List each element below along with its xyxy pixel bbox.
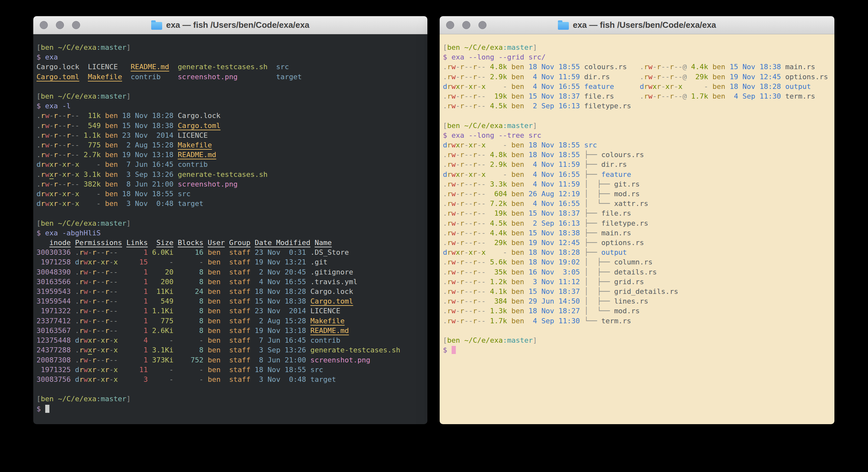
terminal-line: .rw-r--r-- 4.1k ben 15 Nov 18:37 │ ├── g… xyxy=(443,287,832,296)
terminal-line: 31959543 .rw-r--r-- 1 11Ki 24 ben staff … xyxy=(36,287,425,296)
terminal-line: .rw-r--r-- 2.9k ben 4 Nov 11:59 ├── dir.… xyxy=(443,160,832,169)
terminal-line xyxy=(443,111,832,121)
terminal-line: 24377288 .rwxr-xr-x 1 3.1Ki 8 ben staff … xyxy=(36,345,425,355)
traffic-lights xyxy=(446,16,487,34)
terminal-line: $ exa --long --grid src/ xyxy=(443,52,832,62)
terminal-line: 23377412 .rw-r--r-- 1 775 8 ben staff 2 … xyxy=(36,316,425,326)
terminal-line: $ xyxy=(36,404,425,414)
terminal-line: .rw-r--r-- 775 ben 2 Aug 15:28 Makefile xyxy=(36,140,425,150)
terminal-line: 30083756 drwxr-xr-x 3 - - ben staff 3 No… xyxy=(36,375,425,384)
terminal-line: drwxr-xr-x - ben 7 Jun 16:45 contrib xyxy=(36,160,425,169)
terminal-line xyxy=(36,208,425,218)
desktop-background: { "left_window": { "title": "exa — fish … xyxy=(0,0,868,472)
terminal-line: drwxr-xr-x - ben 18 Nov 18:28 ├── output xyxy=(443,248,832,257)
close-button[interactable] xyxy=(446,21,454,29)
traffic-lights xyxy=(40,16,80,34)
window-title-area: exa — fish /Users/ben/Code/exa/exa xyxy=(33,20,427,30)
terminal-line: 30048390 .rw-r--r-- 1 20 8 ben staff 2 N… xyxy=(36,267,425,277)
terminal-line: $ exa --long --tree src xyxy=(443,130,832,140)
terminal-window-dark: exa — fish /Users/ben/Code/exa/exa [ben … xyxy=(33,16,427,424)
close-button[interactable] xyxy=(40,21,48,29)
terminal-line: .rw-r--r-- 384 ben 29 Jun 14:50 │ ├── li… xyxy=(443,296,832,306)
terminal-line: 1971322 .rw-r--r-- 1 1.1Ki 8 ben staff 2… xyxy=(36,306,425,316)
terminal-line: 1971258 drwxr-xr-x 15 - - ben staff 19 N… xyxy=(36,257,425,267)
terminal-line: inode Permissions Links Size Blocks User… xyxy=(36,238,425,248)
terminal-line: .rw-r--r-- 7.2k ben 4 Nov 16:55 │ └── xa… xyxy=(443,199,832,208)
terminal-line: .rwxr-xr-x 3.1k ben 3 Sep 13:26 generate… xyxy=(36,170,425,179)
terminal-line: .rw-r--r-- 5.6k ben 18 Nov 19:02 │ ├── c… xyxy=(443,257,832,267)
terminal-line: drwxr-xr-x - ben 3 Nov 0:48 target xyxy=(36,199,425,208)
terminal-content-dark[interactable]: [ben ~/C/e/exa:master]$ exaCargo.lock LI… xyxy=(33,34,427,424)
terminal-line: .rw-r--r-- 4.8k ben 18 Nov 18:55 ├── col… xyxy=(443,150,832,160)
terminal-line: [ben ~/C/e/exa:master] xyxy=(36,394,425,404)
terminal-line: .rw-r--r-- 4.8k ben 18 Nov 18:55 colours… xyxy=(443,62,832,72)
minimize-button[interactable] xyxy=(462,21,470,29)
minimize-button[interactable] xyxy=(56,21,64,29)
terminal-line: $ exa -abghHliS xyxy=(36,228,425,238)
text-cursor xyxy=(45,405,50,413)
zoom-button[interactable] xyxy=(478,21,487,29)
terminal-line: .rw-r--r-- 1.3k ben 18 Nov 18:27 │ └── m… xyxy=(443,306,832,316)
terminal-line: 12375448 drwxr-xr-x 4 - - ben staff 7 Ju… xyxy=(36,335,425,345)
window-title-area: exa — fish /Users/ben/Code/exa/exa xyxy=(440,20,834,30)
terminal-line: .rw-r--r-- 29k ben 19 Nov 12:45 ├── opti… xyxy=(443,238,832,248)
terminal-line: .rw-r--r-- 549 ben 15 Nov 18:38 Cargo.to… xyxy=(36,121,425,130)
terminal-line: [ben ~/C/e/exa:master] xyxy=(443,335,832,345)
terminal-line: [ben ~/C/e/exa:master] xyxy=(443,121,832,130)
folder-icon xyxy=(151,22,162,30)
terminal-line: $ exa xyxy=(36,52,425,62)
terminal-line: .rw-r--r-- 4.5k ben 2 Sep 16:13 ├── file… xyxy=(443,218,832,228)
terminal-line: .rw-r--r-- 1.1k ben 23 Nov 2014 LICENCE xyxy=(36,130,425,140)
terminal-line: 1971325 drwxr-xr-x 11 - - ben staff 18 N… xyxy=(36,365,425,375)
terminal-line: [ben ~/C/e/exa:master] xyxy=(443,43,832,52)
text-cursor xyxy=(452,346,456,354)
terminal-line: .rw-r--r-- 4.4k ben 15 Nov 18:38 ├── mai… xyxy=(443,228,832,238)
terminal-line: Cargo.toml Makefile contrib screenshot.p… xyxy=(36,72,425,82)
terminal-line: 30163566 .rw-r--r-- 1 200 8 ben staff 4 … xyxy=(36,277,425,287)
terminal-line xyxy=(36,82,425,91)
window-title: exa — fish /Users/ben/Code/exa/exa xyxy=(573,20,716,30)
terminal-line: .rw-r--r-- 19k ben 15 Nov 18:37 file.rs … xyxy=(443,91,832,101)
terminal-line: .rw-r--r-- 35k ben 16 Nov 3:05 │ ├── det… xyxy=(443,267,832,277)
terminal-window-light: exa — fish /Users/ben/Code/exa/exa [ben … xyxy=(440,16,834,424)
terminal-line: .rw-r--r-- 2.9k ben 4 Nov 11:59 dir.rs .… xyxy=(443,72,832,82)
terminal-line: drwxr-xr-x - ben 18 Nov 18:55 src xyxy=(36,189,425,199)
title-bar[interactable]: exa — fish /Users/ben/Code/exa/exa xyxy=(440,16,834,34)
terminal-line: 20087308 .rw-r--r-- 1 373Ki 752 ben staf… xyxy=(36,355,425,365)
terminal-line: [ben ~/C/e/exa:master] xyxy=(36,91,425,101)
title-bar[interactable]: exa — fish /Users/ben/Code/exa/exa xyxy=(33,16,427,34)
terminal-line: 31959544 .rw-r--r-- 1 549 8 ben staff 15… xyxy=(36,296,425,306)
terminal-line: drwxr-xr-x - ben 18 Nov 18:55 src xyxy=(443,140,832,150)
terminal-content-light[interactable]: [ben ~/C/e/exa:master]$ exa --long --gri… xyxy=(440,34,834,424)
terminal-line: .rw-r--r-- 382k ben 8 Jun 21:00 screensh… xyxy=(36,179,425,189)
terminal-line: drwxr-xr-x - ben 4 Nov 16:55 feature drw… xyxy=(443,82,832,91)
terminal-line: $ exa -l xyxy=(36,101,425,111)
terminal-line: 30030336 .rw-r--r-- 1 6.0Ki 16 ben staff… xyxy=(36,248,425,257)
folder-icon xyxy=(558,22,569,30)
terminal-line: .rw-r--r-- 604 ben 26 Aug 12:19 │ ├── mo… xyxy=(443,189,832,199)
terminal-line: .rw-r--r-- 11k ben 18 Nov 18:28 Cargo.lo… xyxy=(36,111,425,121)
terminal-line: .rw-r--r-- 19k ben 15 Nov 18:37 ├── file… xyxy=(443,208,832,218)
terminal-line: [ben ~/C/e/exa:master] xyxy=(36,218,425,228)
terminal-line xyxy=(443,326,832,335)
terminal-line: $ xyxy=(443,345,832,355)
terminal-line: .rw-r--r-- 1.7k ben 4 Sep 11:30 └── term… xyxy=(443,316,832,326)
terminal-line: .rw-r--r-- 2.7k ben 19 Nov 13:18 README.… xyxy=(36,150,425,160)
terminal-line: .rw-r--r-- 4.5k ben 2 Sep 16:13 filetype… xyxy=(443,101,832,111)
terminal-line: [ben ~/C/e/exa:master] xyxy=(36,43,425,52)
zoom-button[interactable] xyxy=(72,21,80,29)
terminal-line: .rw-r--r-- 3.3k ben 4 Nov 11:59 │ ├── gi… xyxy=(443,179,832,189)
window-title: exa — fish /Users/ben/Code/exa/exa xyxy=(166,20,309,30)
terminal-line: .rw-r--r-- 1.2k ben 3 Nov 11:12 │ ├── gr… xyxy=(443,277,832,287)
terminal-line: drwxr-xr-x - ben 4 Nov 16:55 ├── feature xyxy=(443,170,832,179)
terminal-line: 30163567 .rw-r--r-- 1 2.6Ki 8 ben staff … xyxy=(36,326,425,335)
terminal-line xyxy=(36,384,425,394)
terminal-line: Cargo.lock LICENCE README.md generate-te… xyxy=(36,62,425,72)
